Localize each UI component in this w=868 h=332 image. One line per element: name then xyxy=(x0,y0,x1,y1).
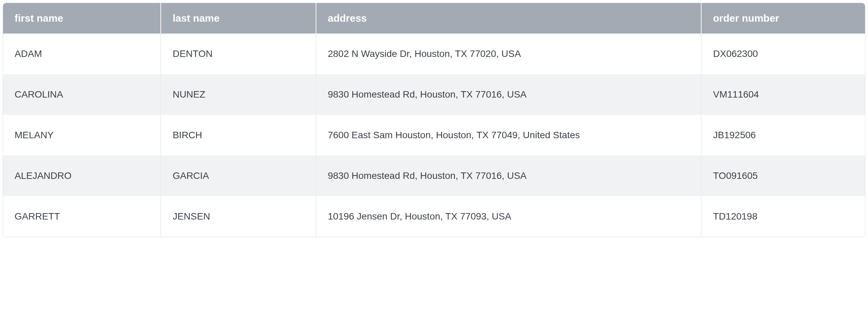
col-header-last-name: last name xyxy=(161,3,316,34)
cell-first-name: MELANY xyxy=(3,115,161,155)
col-header-first-name: first name xyxy=(3,3,161,34)
col-header-address: address xyxy=(316,3,701,34)
cell-last-name: NUNEZ xyxy=(161,74,316,115)
table-row: ALEJANDRO GARCIA 9830 Homestead Rd, Hous… xyxy=(3,155,865,196)
cell-first-name: ADAM xyxy=(3,34,161,74)
col-header-order-number: order number xyxy=(701,3,865,34)
cell-address: 9830 Homestead Rd, Houston, TX 77016, US… xyxy=(316,155,701,196)
table-row: MELANY BIRCH 7600 East Sam Houston, Hous… xyxy=(3,115,865,155)
table-row: ADAM DENTON 2802 N Wayside Dr, Houston, … xyxy=(3,34,865,74)
cell-first-name: ALEJANDRO xyxy=(3,155,161,196)
cell-first-name: GARRETT xyxy=(3,196,161,237)
cell-address: 9830 Homestead Rd, Houston, TX 77016, US… xyxy=(316,74,701,115)
cell-address: 10196 Jensen Dr, Houston, TX 77093, USA xyxy=(316,196,701,237)
table-row: CAROLINA NUNEZ 9830 Homestead Rd, Housto… xyxy=(3,74,865,115)
table-header-row: first name last name address order numbe… xyxy=(3,3,865,34)
orders-table-container: first name last name address order numbe… xyxy=(3,3,865,237)
cell-order-number: DX062300 xyxy=(701,34,865,74)
cell-last-name: DENTON xyxy=(161,34,316,74)
cell-first-name: CAROLINA xyxy=(3,74,161,115)
cell-last-name: GARCIA xyxy=(161,155,316,196)
cell-address: 7600 East Sam Houston, Houston, TX 77049… xyxy=(316,115,701,155)
cell-last-name: JENSEN xyxy=(161,196,316,237)
table-row: GARRETT JENSEN 10196 Jensen Dr, Houston,… xyxy=(3,196,865,237)
cell-last-name: BIRCH xyxy=(161,115,316,155)
cell-address: 2802 N Wayside Dr, Houston, TX 77020, US… xyxy=(316,34,701,74)
cell-order-number: TD120198 xyxy=(701,196,865,237)
orders-table: first name last name address order numbe… xyxy=(3,3,865,237)
cell-order-number: TO091605 xyxy=(701,155,865,196)
cell-order-number: JB192506 xyxy=(701,115,865,155)
cell-order-number: VM111604 xyxy=(701,74,865,115)
